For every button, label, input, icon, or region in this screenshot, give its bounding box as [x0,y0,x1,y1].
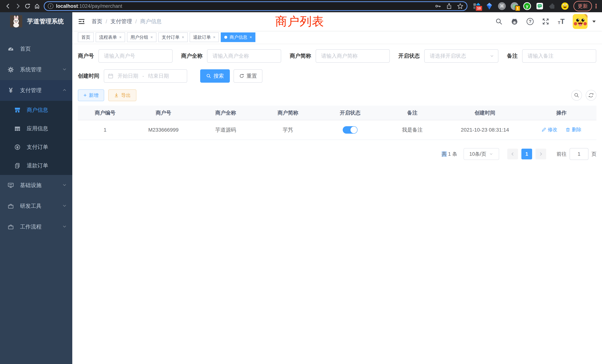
create-time-range-picker[interactable]: 开始日期 - 结束日期 [104,69,187,83]
help-icon[interactable]: ? [526,17,534,26]
url-bar[interactable]: i localhost:1024/pay/merchant [44,1,467,11]
emoji-face-icon [561,2,569,10]
tag-user-group[interactable]: 用户分组× [127,32,156,42]
chevron-down-icon [489,152,493,156]
sidebar-item-home[interactable]: 首页 [0,39,72,59]
font-size-icon[interactable]: TT [557,17,565,26]
close-icon[interactable]: × [150,35,153,40]
merchant-no-input[interactable] [98,49,172,63]
end-date-placeholder: 结束日期 [148,73,169,79]
bookmark-star-icon[interactable] [457,3,463,9]
sidebar-item-infrastructure[interactable]: 基础设施 [0,175,72,196]
browser-back-button[interactable] [3,1,13,11]
sidebar-item-app-info[interactable]: 应用信息 [0,119,72,138]
sidebar-item-workflow[interactable]: 工作流程 [0,216,72,237]
user-avatar[interactable] [573,14,588,29]
goto-page-input[interactable] [570,148,589,160]
documents-icon [14,162,21,169]
breadcrumb: 首页 / 支付管理 / 商户信息 [92,18,162,25]
extension-badge: 10 [475,5,483,11]
chrome-menu-icon[interactable]: ⋮ [593,3,599,10]
sidebar-collapse-icon[interactable] [78,18,85,25]
page-size-select[interactable]: 10条/页 [463,148,499,160]
back-icon [5,3,11,9]
chevron-down-icon [490,54,494,58]
fullscreen-icon[interactable] [542,17,550,26]
password-key-icon[interactable] [435,3,441,9]
full-name-input[interactable] [207,49,281,63]
close-icon[interactable]: × [182,35,184,40]
search-icon [206,73,211,79]
page-number-button[interactable]: 1 [521,149,532,159]
close-icon[interactable]: × [119,35,122,40]
toolbox-icon [7,224,14,230]
app-logo[interactable]: 芋道管理系统 [0,12,72,30]
sidebar-item-refund-order[interactable]: 退款订单 [0,156,72,175]
sidebar-item-merchant-info[interactable]: 商户信息 [0,101,72,119]
browser-home-button[interactable] [32,1,42,11]
sidebar-item-payment[interactable]: ¥ 支付管理 [0,80,72,101]
create-time-label: 创建时间 [78,72,99,80]
extension-recorder-icon[interactable]: 1 [510,2,519,10]
tag-home[interactable]: 首页 [78,32,94,42]
extension-grid-icon[interactable]: 10 [473,2,481,10]
monitor-icon [7,182,14,189]
breadcrumb-current: 商户信息 [140,18,162,25]
merchant-no-label: 商户号 [78,52,94,60]
cell-create-time: 2021-10-23 08:31:14 [443,120,527,140]
extension-chat-icon[interactable] [536,2,544,10]
download-icon [114,93,119,98]
home-icon [34,3,40,9]
breadcrumb-home[interactable]: 首页 [92,18,102,25]
browser-forward-button[interactable] [13,1,23,11]
tag-merchant-info-active[interactable]: 商户信息× [221,32,255,42]
tag-refund-order[interactable]: 退款订单× [190,32,219,42]
chevron-down-icon [62,203,67,209]
extension-gem-icon[interactable] [485,2,493,10]
close-icon[interactable]: × [213,35,215,40]
sidebar-item-pay-order[interactable]: 支付订单 [0,138,72,156]
refresh-table-button[interactable] [586,90,596,101]
status-toggle[interactable] [343,126,357,134]
profile-emoji-avatar[interactable] [561,2,569,10]
extensions-puzzle-icon[interactable] [548,2,556,10]
extension-command-icon[interactable]: ⌘ [498,2,506,10]
share-icon[interactable] [446,3,452,9]
tag-process-form[interactable]: 流程表单× [96,32,125,42]
refresh-icon [588,93,594,98]
reset-button[interactable]: 重置 [234,69,262,83]
browser-reload-button[interactable] [23,1,32,11]
close-icon[interactable]: × [249,35,252,40]
next-page-button[interactable] [536,149,546,159]
add-button[interactable]: + 新增 [78,89,104,101]
remark-input[interactable] [522,49,596,63]
sidebar-item-system[interactable]: 系统管理 [0,59,72,80]
github-icon[interactable] [510,17,519,26]
header-search-icon[interactable] [495,17,503,26]
start-date-placeholder: 开始日期 [118,73,138,79]
delete-button[interactable]: 删除 [566,126,581,133]
status-select[interactable]: 请选择开启状态 [424,49,498,63]
chevron-down-icon [62,67,67,73]
col-create-time: 创建时间 [443,106,527,120]
browser-toolbar: i localhost:1024/pay/merchant 10 ⌘ 1 y [0,0,602,12]
calendar-icon [108,73,113,79]
sidebar-item-dev-tools[interactable]: 研发工具 [0,196,72,216]
short-name-input[interactable] [316,49,390,63]
breadcrumb-payment[interactable]: 支付管理 [110,18,132,25]
tag-pay-order[interactable]: 支付订单× [158,32,188,42]
chrome-update-button[interactable]: 更新 [573,1,592,11]
avatar-caret-icon[interactable] [592,21,596,23]
full-name-label: 商户全称 [181,52,203,60]
col-remark: 备注 [381,106,443,120]
top-navbar: 首页 / 支付管理 / 商户信息 商户列表 ? [72,12,602,31]
breadcrumb-separator: / [106,19,107,25]
export-button[interactable]: 导出 [108,89,136,101]
short-name-label: 商户简称 [290,52,311,60]
search-button[interactable]: 搜索 [200,69,230,83]
extension-y-logo-icon[interactable]: y [523,2,531,10]
edit-button[interactable]: 修改 [541,126,557,133]
prev-page-button[interactable] [507,149,518,159]
toggle-search-button[interactable] [571,90,582,101]
site-info-icon[interactable]: i [48,3,53,9]
